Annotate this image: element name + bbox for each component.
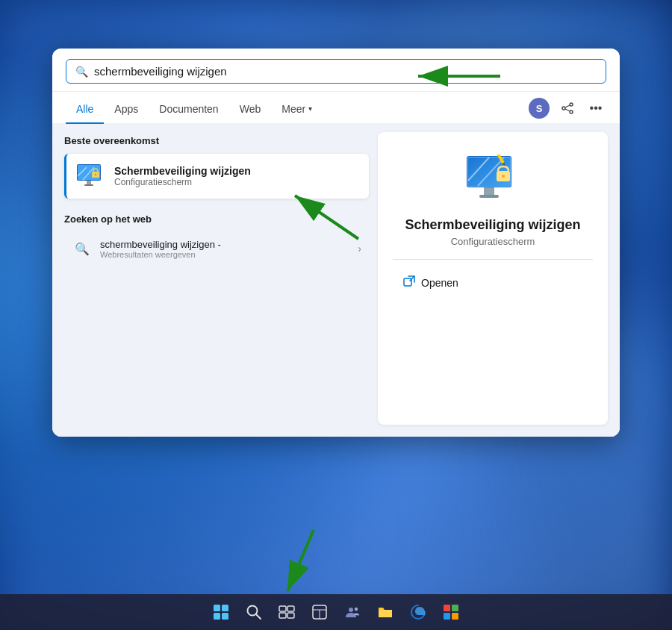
store-button[interactable]: [436, 597, 466, 627]
web-item-main: schermbeveiliging wijzigen -: [100, 239, 350, 250]
web-item-sub: Webresultaten weergeven: [100, 250, 350, 259]
svg-point-2: [570, 110, 573, 113]
search-bar: 🔍: [52, 49, 620, 92]
web-search-item[interactable]: 🔍 schermbeveiliging wijzigen - Webresult…: [64, 232, 369, 265]
best-match-item[interactable]: Schermbeveiliging wijzigen Configuraties…: [64, 154, 369, 199]
best-match-name: Schermbeveiliging wijzigen: [114, 165, 360, 177]
svg-point-21: [502, 175, 505, 178]
detail-title: Schermbeveiliging wijzigen: [405, 217, 580, 233]
nav-right-controls: S •••: [529, 98, 606, 123]
svg-rect-43: [444, 613, 450, 620]
detail-icon: [463, 155, 523, 207]
svg-rect-44: [452, 613, 458, 620]
edge-button[interactable]: [403, 597, 433, 627]
svg-rect-35: [287, 613, 294, 618]
widgets-button[interactable]: [305, 597, 335, 627]
svg-rect-18: [484, 187, 494, 195]
best-match-icon: [75, 161, 105, 191]
chevron-right-icon: ›: [358, 243, 361, 255]
svg-rect-27: [222, 605, 228, 611]
svg-line-4: [565, 109, 570, 111]
web-search-title: Zoeken op het web: [64, 210, 369, 228]
start-button[interactable]: [206, 597, 236, 627]
svg-line-31: [256, 614, 261, 619]
svg-rect-26: [214, 605, 220, 611]
explorer-button[interactable]: [370, 597, 400, 627]
open-icon: [403, 275, 415, 290]
svg-rect-9: [87, 181, 91, 184]
web-item-text: schermbeveiliging wijzigen - Webresultat…: [100, 239, 350, 259]
search-input-wrapper: 🔍: [66, 59, 606, 84]
taskview-button[interactable]: [272, 597, 302, 627]
svg-rect-10: [84, 184, 93, 186]
svg-rect-42: [452, 605, 458, 611]
svg-line-3: [565, 105, 570, 107]
right-panel: Schermbeveiliging wijzigen Configuraties…: [378, 132, 608, 425]
main-content: Beste overeenkomst: [52, 123, 620, 437]
tab-meer[interactable]: Meer ▾: [271, 99, 323, 124]
search-input[interactable]: [94, 65, 597, 78]
svg-rect-33: [287, 606, 294, 611]
svg-rect-28: [214, 613, 220, 620]
left-panel: Beste overeenkomst: [64, 132, 378, 425]
chevron-down-icon: ▾: [308, 105, 312, 113]
tab-alle[interactable]: Alle: [66, 99, 104, 124]
svg-point-40: [355, 608, 358, 611]
svg-rect-19: [479, 195, 499, 198]
best-match-text: Schermbeveiliging wijzigen Configuraties…: [114, 165, 360, 187]
user-avatar[interactable]: S: [529, 98, 550, 119]
share-icon[interactable]: [557, 98, 578, 119]
svg-rect-34: [279, 613, 286, 618]
svg-point-39: [349, 608, 353, 612]
svg-rect-41: [444, 605, 450, 611]
web-search-section: Zoeken op het web 🔍 schermbeveiliging wi…: [64, 210, 369, 265]
more-options-icon[interactable]: •••: [585, 98, 606, 119]
best-match-subtitle: Configuratiescherm: [114, 177, 360, 187]
nav-tabs: Alle Apps Documenten Web Meer ▾ S •••: [52, 92, 620, 123]
taskbar: [0, 594, 672, 630]
tab-web[interactable]: Web: [229, 99, 272, 124]
search-panel: 🔍 Alle Apps Documenten Web Meer ▾ S: [52, 49, 620, 437]
detail-subtitle: Configuratiescherm: [451, 236, 535, 247]
web-search-icon: 🔍: [72, 238, 93, 259]
svg-rect-32: [279, 606, 286, 611]
open-button[interactable]: Openen: [393, 270, 593, 296]
svg-point-0: [570, 103, 573, 106]
search-button[interactable]: [239, 597, 269, 627]
tab-documenten[interactable]: Documenten: [149, 99, 228, 124]
open-label: Openen: [421, 277, 458, 289]
svg-point-12: [95, 174, 96, 175]
svg-point-1: [562, 107, 565, 110]
tab-apps[interactable]: Apps: [104, 99, 149, 124]
search-icon: 🔍: [75, 66, 88, 78]
svg-rect-29: [222, 613, 228, 620]
teams-button[interactable]: [337, 597, 367, 627]
detail-divider: [393, 259, 593, 260]
best-match-title: Beste overeenkomst: [64, 132, 369, 149]
